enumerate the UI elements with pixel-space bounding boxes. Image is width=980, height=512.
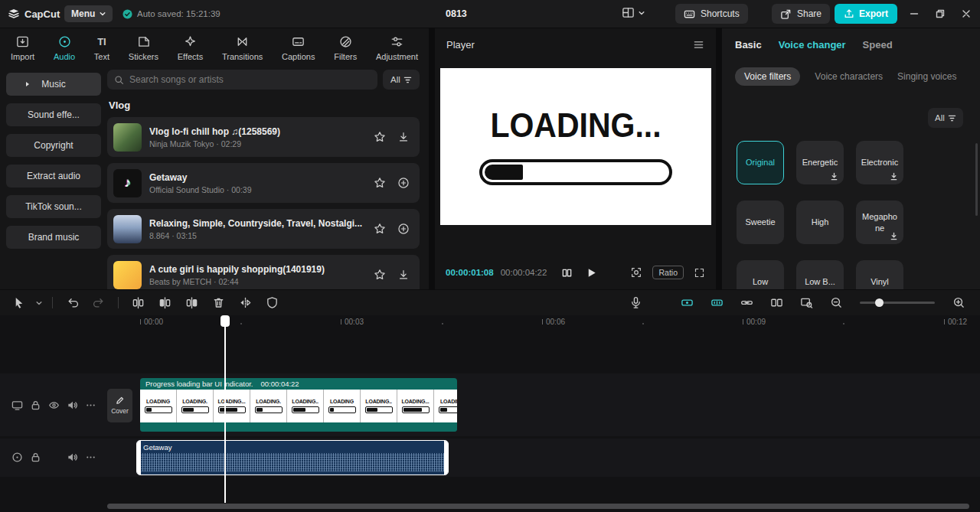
tab-captions[interactable]: Captions: [282, 34, 315, 61]
audio-clip-getaway[interactable]: Getaway: [136, 440, 449, 475]
record-voiceover-icon[interactable]: [626, 294, 645, 312]
close-button[interactable]: [962, 9, 971, 18]
preview-axis-icon[interactable]: [767, 294, 786, 312]
tab-basic[interactable]: Basic: [735, 39, 762, 51]
ratio-button[interactable]: Ratio: [652, 266, 684, 279]
redo-button[interactable]: [90, 294, 108, 312]
tab-speed[interactable]: Speed: [863, 39, 893, 51]
track-display-icon[interactable]: [11, 399, 23, 411]
tab-audio[interactable]: Audio: [54, 34, 75, 61]
lock-icon[interactable]: [30, 452, 41, 463]
tab-stickers[interactable]: Stickers: [129, 34, 158, 61]
zoom-out-button[interactable]: [827, 294, 845, 312]
tab-transitions[interactable]: Transitions: [222, 34, 263, 61]
delete-left-button[interactable]: [155, 294, 174, 312]
player-view-controls: Ratio: [630, 266, 705, 279]
zoom-slider-handle[interactable]: [875, 298, 884, 307]
voice-card-megaphone[interactable]: Megaphone: [856, 201, 903, 244]
voice-card-vinyl[interactable]: Vinyl: [856, 260, 903, 289]
song-row[interactable]: A cute girl is happily shopping(1401919)…: [107, 255, 420, 289]
shortcuts-button[interactable]: Shortcuts: [675, 4, 748, 24]
share-button[interactable]: Share: [772, 4, 830, 24]
media-filter-all-button[interactable]: All: [383, 70, 420, 90]
delete-right-button[interactable]: [182, 294, 201, 312]
tab-voice-changer[interactable]: Voice changer: [779, 39, 846, 51]
undo-button[interactable]: [63, 294, 81, 312]
download-icon[interactable]: [397, 269, 410, 281]
link-clips-icon[interactable]: [737, 294, 756, 312]
sidebar-item-music[interactable]: Music: [6, 73, 101, 96]
song-row[interactable]: ♪ Getaway Official Sound Studio · 00:39: [107, 163, 420, 203]
timeline[interactable]: 00:00 00:03 00:06 00:09 00:12 Cover Prog…: [0, 315, 980, 512]
add-to-timeline-icon[interactable]: [397, 223, 410, 235]
tab-text[interactable]: TI Text: [94, 34, 109, 61]
mute-speaker-icon[interactable]: [67, 399, 78, 411]
voice-card-low[interactable]: Low: [737, 260, 784, 289]
chevron-down-icon[interactable]: [36, 300, 42, 306]
split-button[interactable]: [129, 294, 147, 312]
export-button[interactable]: Export: [835, 4, 897, 24]
mask-button[interactable]: [263, 294, 281, 312]
minimize-button[interactable]: [910, 9, 919, 18]
more-options-icon[interactable]: [85, 452, 96, 463]
tab-filters[interactable]: Filters: [334, 34, 357, 61]
select-tool-button[interactable]: [9, 294, 28, 312]
voice-card-low-battery[interactable]: Low B...: [796, 260, 844, 289]
main-track-magnet-icon[interactable]: [678, 294, 696, 312]
search-input[interactable]: [129, 74, 371, 85]
sidebar-item-tiktok-sounds[interactable]: TikTok soun...: [6, 195, 101, 218]
favorite-star-icon[interactable]: [374, 223, 386, 235]
more-options-icon[interactable]: [85, 399, 96, 411]
tab-effects[interactable]: Effects: [178, 34, 203, 61]
sidebar-item-sound-effects[interactable]: Sound effe...: [6, 103, 101, 126]
mirror-button[interactable]: [236, 294, 254, 312]
play-button[interactable]: [586, 267, 597, 279]
video-clip-loading-bar[interactable]: Progress loading bar UI indicator. 00:00…: [140, 378, 457, 432]
timeline-zoom-slider[interactable]: [860, 302, 935, 304]
zoom-in-button[interactable]: [949, 294, 968, 312]
voice-card-energetic[interactable]: Energetic: [796, 141, 844, 184]
voice-filter-all-button[interactable]: All: [928, 108, 963, 128]
video-preview[interactable]: LOADING...: [440, 68, 711, 225]
panel-scrollbar[interactable]: [975, 143, 978, 216]
subtab-voice-characters[interactable]: Voice characters: [815, 71, 883, 82]
layout-button[interactable]: [622, 6, 645, 19]
lock-icon[interactable]: [30, 399, 41, 411]
frame-step-icon[interactable]: [561, 267, 573, 279]
hide-track-eye-icon[interactable]: [48, 399, 60, 411]
fullscreen-icon[interactable]: [694, 267, 705, 279]
player-menu-icon[interactable]: [693, 39, 704, 51]
timeline-horizontal-scrollbar[interactable]: [107, 504, 969, 509]
clip-trim-handle-left[interactable]: [137, 441, 141, 474]
favorite-star-icon[interactable]: [374, 131, 386, 143]
subtab-voice-filters[interactable]: Voice filters: [735, 67, 800, 86]
subtab-singing-voices[interactable]: Singing voices: [897, 71, 956, 82]
mute-speaker-icon[interactable]: [67, 452, 78, 463]
cover-button[interactable]: Cover: [107, 389, 132, 422]
frame-preview-icon[interactable]: [797, 294, 815, 312]
playhead[interactable]: [220, 315, 230, 503]
favorite-star-icon[interactable]: [374, 177, 386, 189]
voice-card-high[interactable]: High: [796, 201, 844, 244]
preview-quality-icon[interactable]: [630, 266, 642, 279]
restore-button[interactable]: [936, 9, 945, 18]
sidebar-item-extract-audio[interactable]: Extract audio: [6, 165, 101, 188]
timeline-ruler[interactable]: 00:00 00:03 00:06 00:09 00:12: [0, 315, 980, 331]
auto-snapping-icon[interactable]: [707, 294, 726, 312]
sidebar-item-brand-music[interactable]: Brand music: [6, 226, 101, 249]
song-row[interactable]: Vlog lo-fi chill hop ♫(1258569) Ninja Mu…: [107, 117, 420, 157]
voice-card-electronic[interactable]: Electronic: [856, 141, 903, 184]
clip-trim-handle-right[interactable]: [444, 441, 448, 474]
voice-card-sweetie[interactable]: Sweetie: [737, 201, 784, 244]
favorite-star-icon[interactable]: [374, 269, 386, 281]
song-row[interactable]: Relaxing, Simple, Countryside, Travel, N…: [107, 209, 420, 249]
sidebar-item-copyright[interactable]: Copyright: [6, 134, 101, 157]
audio-track-icon[interactable]: [11, 452, 23, 463]
tab-adjustment[interactable]: Adjustment: [376, 34, 418, 61]
delete-button[interactable]: [209, 294, 227, 312]
menu-button[interactable]: Menu: [64, 5, 113, 22]
tab-import[interactable]: Import: [11, 34, 34, 61]
voice-card-original[interactable]: Original: [737, 141, 784, 184]
add-to-timeline-icon[interactable]: [397, 177, 410, 189]
download-icon[interactable]: [397, 131, 410, 143]
